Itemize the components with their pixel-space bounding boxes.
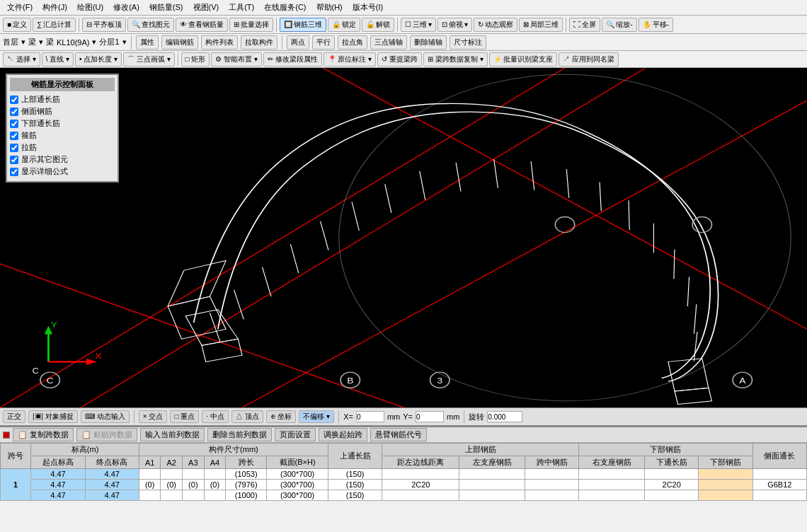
td-left-seat-1	[459, 469, 525, 480]
btn-top-view[interactable]: ⊡ 俯视 ▾	[437, 18, 472, 32]
btn-cantilever[interactable]: 悬臂钢筋代号	[370, 428, 427, 441]
menu-item-draw[interactable]: 绘图(U)	[73, 1, 108, 14]
btn-pull-comp[interactable]: 拉取构件	[241, 35, 277, 50]
btn-input-col[interactable]: 输入当前列数据	[140, 428, 205, 441]
menu-item-version[interactable]: 版本号(I)	[348, 1, 387, 14]
btn-del-axis[interactable]: 删除辅轴	[410, 35, 447, 50]
btn-ortho[interactable]: 正交	[3, 410, 25, 423]
btn-select[interactable]: ↖ 选择 ▾	[3, 52, 40, 66]
btn-coord[interactable]: ⊕ 坐标	[266, 410, 297, 423]
btn-dim[interactable]: 尺寸标注	[450, 35, 486, 50]
btn-copy-span[interactable]: 📋 复制跨数据	[13, 428, 74, 441]
chk-show-other[interactable]	[10, 156, 18, 164]
btn-two-point[interactable]: 两点	[287, 35, 309, 50]
menu-item-file[interactable]: 文件(F)	[3, 1, 37, 14]
checkbox-show-other[interactable]: 显示其它图元	[10, 154, 115, 165]
btn-no-offset[interactable]: 不偏移 ▾	[299, 410, 334, 423]
data-table-container[interactable]: 跨号 标高(m) 构件尺寸(mm) 上通长筋 上部钢筋 下部钢筋 侧面通长 起点…	[0, 443, 807, 532]
btn-page-setup[interactable]: 页面设置	[275, 428, 316, 441]
rotate-input[interactable]	[487, 411, 522, 422]
btn-orbit[interactable]: ↻ 动态观察	[474, 18, 517, 32]
td-end-elev-3: 4.47	[85, 490, 139, 501]
btn-rect[interactable]: □ 矩形	[181, 52, 210, 66]
td-right-3	[579, 490, 645, 501]
btn-3d-rebar[interactable]: 🔲 钢筋三维	[280, 18, 326, 32]
btn-vertex[interactable]: △ 顶点	[231, 410, 263, 423]
th-dim: 构件尺寸(mm)	[139, 444, 328, 456]
x-input[interactable]	[356, 411, 384, 422]
sep3	[397, 18, 398, 32]
btn-partial-3d[interactable]: ⊠ 局部三维	[519, 18, 563, 32]
table-row: 4.47 4.47 (1000) (300*700) (150)	[1, 490, 807, 501]
chk-top-thru[interactable]	[10, 96, 18, 104]
btn-intersect[interactable]: × 交点	[139, 410, 168, 423]
btn-center[interactable]: · 中点	[202, 410, 229, 423]
checkbox-tie[interactable]: 拉筋	[10, 142, 115, 153]
th-bot-thru: 下通长筋	[645, 456, 699, 469]
btn-apply-same[interactable]: ↗ 应用到同名梁	[559, 52, 619, 66]
btn-property[interactable]: 属性	[136, 35, 159, 50]
btn-edit-rebar[interactable]: 编辑钢筋	[161, 35, 198, 50]
checkbox-show-formula[interactable]: 显示详细公式	[10, 166, 115, 177]
btn-angle[interactable]: 拉点角	[338, 35, 367, 50]
btn-point-len[interactable]: • 点加长度 ▾	[75, 52, 122, 66]
checkbox-bot-thru[interactable]: 下部通长筋	[10, 118, 115, 129]
chk-show-formula[interactable]	[10, 168, 18, 176]
btn-zoom-out[interactable]: 🔍 缩放-	[602, 18, 636, 32]
btn-view-rebar[interactable]: 👁 查看钢筋量	[176, 18, 228, 32]
chk-bot-thru[interactable]	[10, 120, 18, 128]
chk-tie[interactable]	[10, 144, 18, 152]
btn-find[interactable]: 🔍 查找图元	[127, 18, 174, 32]
btn-del-col[interactable]: 删除当前列数据	[207, 428, 272, 441]
btn-3d[interactable]: ☐ 三维 ▾	[401, 18, 436, 32]
x-label: X=	[343, 412, 353, 421]
checkbox-stirrup[interactable]: 箍筋	[10, 130, 115, 141]
checkbox-top-thru[interactable]: 上部通长筋	[10, 94, 115, 105]
btn-arc[interactable]: ⌒ 三点画弧 ▾	[123, 52, 175, 66]
svg-text:X: X	[96, 352, 103, 360]
btn-batch[interactable]: ⊞ 批量选择	[229, 18, 273, 32]
btn-dynamic-input[interactable]: ⌨ 动态输入	[81, 410, 130, 423]
td-a1-3	[139, 490, 161, 501]
checkbox-side-rebar[interactable]: 侧面钢筋	[10, 106, 115, 117]
th-left-seat: 左支座钢筋	[459, 456, 525, 469]
btn-calc[interactable]: ∑ 汇总计算	[33, 18, 76, 32]
menu-item-help[interactable]: 帮助(H)	[312, 1, 347, 14]
btn-snap[interactable]: |▣| 对象捕捉	[28, 410, 78, 423]
menu-item-rebar[interactable]: 钢筋量(S)	[145, 1, 188, 14]
btn-pan[interactable]: ✋ 平移-	[639, 18, 673, 32]
td-left-seat-3	[459, 490, 525, 501]
menu-item-view[interactable]: 视图(V)	[189, 1, 224, 14]
td-left-seat-2	[459, 480, 525, 490]
btn-lock[interactable]: 🔒 锁定	[328, 18, 360, 32]
btn-fullscreen[interactable]: ⛶ 全屏	[569, 18, 600, 32]
chk-stirrup[interactable]	[10, 132, 18, 140]
btn-span-copy[interactable]: ⊞ 梁跨数据复制 ▾	[423, 52, 488, 66]
btn-unlock[interactable]: 🔓 解锁	[362, 18, 394, 32]
btn-align[interactable]: ⊟ 平齐板顶	[82, 18, 126, 32]
btn-midpt[interactable]: □ 重点	[170, 410, 199, 423]
btn-three-axis[interactable]: 三点辅轴	[370, 35, 407, 50]
btn-define[interactable]: ■ 定义	[3, 18, 31, 32]
menu-item-modify[interactable]: 修改(A)	[109, 1, 144, 14]
btn-parallel[interactable]: 平行	[312, 35, 335, 50]
y-input[interactable]	[416, 411, 444, 422]
btn-re-span[interactable]: ↺ 重提梁跨	[377, 52, 422, 66]
td-a2-1	[161, 469, 183, 480]
chk-side-rebar[interactable]	[10, 108, 18, 116]
lbl-show-formula: 显示详细公式	[21, 166, 68, 177]
btn-swap-span[interactable]: 调换起始跨	[319, 428, 367, 441]
btn-paste-span[interactable]: 📋 粘贴跨数据	[76, 428, 137, 441]
td-bot-rebar-3	[699, 490, 752, 501]
btn-loc-annot[interactable]: 📍 原位标注 ▾	[324, 52, 377, 66]
btn-line[interactable]: \ 直线 ▾	[42, 52, 74, 66]
svg-text:B: B	[347, 376, 353, 385]
canvas-area[interactable]: C B 3 A Y X C 钢筋显示控制面板	[0, 68, 807, 407]
btn-modify-seg[interactable]: ✏ 修改梁段属性	[263, 52, 322, 66]
btn-comp-list[interactable]: 构件列表	[201, 35, 238, 50]
menu-item-component[interactable]: 构件(J)	[38, 1, 71, 14]
btn-batch-id[interactable]: ⚡ 批量识别梁支座	[489, 52, 558, 66]
menu-item-tools[interactable]: 工具(T)	[224, 1, 258, 14]
btn-smart[interactable]: ⚙ 智能布置 ▾	[211, 52, 262, 66]
menu-item-online[interactable]: 在线服务(C)	[260, 1, 310, 14]
